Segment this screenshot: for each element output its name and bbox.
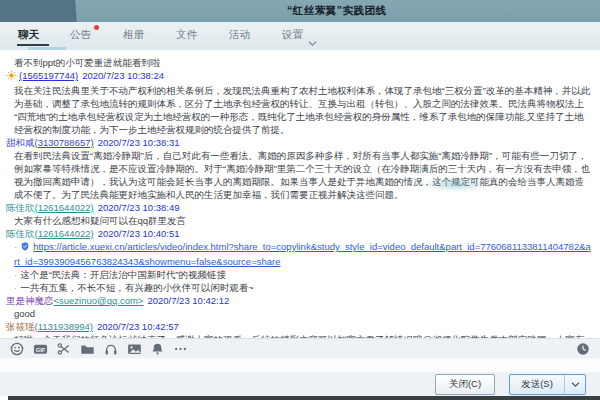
message-header: 甜和咸(3130788657)2020/7/23 10:38:31: [4, 136, 592, 149]
input-toolbar: GIF: [0, 338, 600, 358]
sender-name: 张筱瑶: [6, 321, 35, 332]
chevron-down-icon: [308, 33, 317, 51]
more-options-icon[interactable]: [173, 342, 188, 356]
close-button[interactable]: 关闭(C): [435, 374, 495, 395]
background-window-edge: [8, 396, 600, 400]
xuexi-video-link[interactable]: https://article.xuexi.cn/articles/video/…: [14, 241, 591, 267]
sender-id-link[interactable]: (1261644022): [35, 228, 94, 239]
message-text: 这个是“民法典：开启法治中国新时代”的视频链接: [20, 269, 226, 280]
sender-id-link[interactable]: (1565197744): [19, 70, 78, 81]
chat-message: 在看到民法典设置“离婚冷静期”后，自己对此有一些看法。离婚的原因多种多样，对所有…: [4, 149, 592, 201]
bell-icon[interactable]: [151, 342, 164, 356]
screenshot-smudge: [418, 178, 492, 191]
timestamp: 2020/7/23 10:38:31: [98, 137, 180, 148]
emoji-icon[interactable]: [10, 342, 24, 356]
titlebar-corner-decoration: [0, 0, 77, 22]
gif-icon[interactable]: GIF: [33, 342, 48, 356]
sender-name: 陈佳欣: [6, 228, 35, 239]
message-text: 一共有五集，不长不短，有兴趣的小伙伴可以闲时观看~: [20, 282, 254, 293]
timestamp: 2020/7/23 10:42:12: [147, 295, 229, 306]
sun-emoji-icon: [6, 70, 17, 84]
image-icon[interactable]: [127, 342, 142, 356]
sender-name: 甜和咸: [6, 137, 35, 148]
window-title-bar: “红丝萦翼”实践团线: [0, 0, 600, 22]
message-input[interactable]: [0, 358, 600, 372]
chat-message: 我在关注民法典里关于不动产权利的相关条例后，发现民法典重构了农村土地权利体系，体…: [4, 84, 592, 136]
tab-bar: 聊天 公告 相册 文件 活动 设置: [0, 22, 600, 51]
tab-settings[interactable]: 设置: [282, 28, 303, 42]
tab-activities[interactable]: 活动: [229, 28, 250, 42]
timestamp: 2020/7/23 10:42:57: [97, 321, 179, 332]
message-header: 里是神魔恋<suezinuo@qq.com>2020/7/23 10:42:12: [4, 294, 592, 307]
sender-id-link[interactable]: (3130788657): [35, 137, 94, 148]
message-history-clock-icon[interactable]: [576, 342, 590, 356]
sender-id-link[interactable]: (1261644022): [35, 202, 94, 213]
screenshot-scissors-icon[interactable]: [57, 342, 71, 356]
chat-message: 大家有什么感想和疑问可以在qq群里发言: [4, 214, 592, 227]
tab-announcement[interactable]: 公告: [70, 28, 91, 42]
announcement-badge-dot: [94, 25, 99, 30]
sender-id-link[interactable]: (1131938994): [35, 321, 93, 332]
timestamp: 2020/7/23 10:38:49: [98, 202, 180, 213]
tab-files[interactable]: 文件: [176, 28, 197, 42]
send-button[interactable]: 发送(S): [510, 375, 564, 394]
headphones-icon[interactable]: [104, 342, 118, 356]
active-tab-underline: [17, 44, 49, 46]
sender-email-link[interactable]: <suezinuo@qq.com>: [54, 295, 144, 306]
bullet-dot: ·: [14, 240, 17, 253]
message-header: 陈佳欣(1261644022)2020/7/23 10:38:49: [4, 201, 592, 214]
shield-icon: [20, 241, 30, 255]
chat-message: ·一共有五集，不长不短，有兴趣的小伙伴可以闲时观看~: [4, 281, 592, 294]
tab-chat[interactable]: 聊天: [18, 28, 39, 42]
svg-text:GIF: GIF: [36, 346, 46, 352]
chat-message: 看不到ppt的小可爱重进就能看到啦: [4, 56, 592, 69]
timestamp: 2020/7/23 10:38:24: [82, 70, 164, 81]
folder-icon[interactable]: [80, 342, 95, 356]
chat-history[interactable]: 看不到ppt的小可爱重进就能看到啦 (1565197744)2020/7/23 …: [0, 50, 600, 338]
chat-message: ·这个是“民法典：开启法治中国新时代”的视频链接: [4, 268, 592, 281]
sender-name: 陈佳欣: [6, 202, 35, 213]
tab-album[interactable]: 相册: [123, 28, 144, 42]
send-button-group[interactable]: 发送(S): [509, 374, 586, 395]
bullet-dot: ·: [14, 281, 17, 294]
timestamp: 2020/7/23 10:40:51: [98, 228, 180, 239]
sender-name: 里是神魔恋: [6, 295, 54, 306]
bullet-dot: ·: [14, 268, 17, 281]
send-options-caret[interactable]: [564, 375, 585, 394]
message-header: 陈佳欣(1261644022)2020/7/23 10:40:51: [4, 227, 592, 240]
footer-bar: 关闭(C) 发送(S): [0, 372, 600, 396]
shared-link-message: · https://article.xuexi.cn/articles/vide…: [4, 240, 592, 268]
chat-message: good: [4, 307, 592, 320]
message-header: 张筱瑶(1131938994)2020/7/23 10:42:57: [4, 320, 592, 333]
window-title: “红丝萦翼”实践团线: [287, 4, 387, 18]
message-header: (1565197744)2020/7/23 10:38:24: [4, 69, 592, 84]
